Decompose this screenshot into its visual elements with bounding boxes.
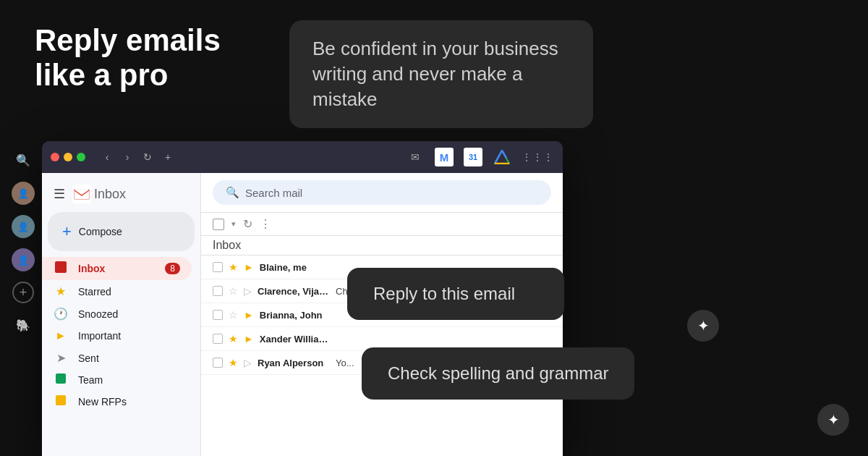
refresh-icon[interactable]: ↻ (243, 217, 252, 231)
browser-chrome: ‹ › ↻ + ✉ M 31 (42, 141, 563, 173)
newrfps-label-icon (54, 395, 68, 408)
search-icon[interactable]: 🔍 (12, 148, 35, 172)
important-icon: ► (244, 333, 254, 345)
starred-label: Starred (78, 286, 111, 297)
gmail-sidebar: ☰ Inbox + Compose (42, 173, 201, 456)
airmail-icon[interactable]: ✉ (406, 148, 425, 166)
compose-label: Compose (79, 226, 122, 237)
inbox-label: Inbox (78, 263, 105, 274)
gmail-text: Inbox (94, 187, 126, 202)
star-icon[interactable]: ★ (229, 333, 238, 345)
reload-button[interactable]: ↻ (139, 148, 156, 166)
newrfps-label: New RFPs (78, 396, 127, 408)
inbox-icon (54, 261, 68, 276)
new-tab-button[interactable]: + (159, 148, 176, 166)
svg-marker-1 (495, 151, 509, 164)
add-account-button[interactable]: + (12, 282, 34, 303)
important-icon: ▷ (244, 285, 252, 297)
forward-button[interactable]: › (119, 148, 136, 166)
fab-top-icon: ✦ (697, 317, 710, 334)
starred-icon: ★ (54, 284, 68, 298)
evernote-icon[interactable]: 🐘 (12, 313, 35, 337)
close-dot[interactable] (51, 153, 59, 161)
email-sender: Xander Williams (260, 334, 332, 345)
email-checkbox[interactable] (213, 358, 223, 368)
team-label: Team (78, 374, 103, 386)
nav-buttons: ‹ › ↻ + (98, 148, 176, 166)
email-checkbox[interactable] (213, 286, 223, 296)
reply-bubble-text: Reply to this email (373, 284, 538, 304)
important-icon: ▷ (244, 357, 252, 368)
fab-bottom-button[interactable]: ✦ (817, 404, 849, 436)
fab-bottom-icon: ✦ (827, 411, 840, 428)
inbox-title: Inbox (201, 236, 563, 256)
email-sender: Clarence, Vijay 13 (258, 286, 330, 297)
search-area: 🔍 Search mail (201, 173, 563, 213)
important-label: Important (78, 330, 121, 342)
nav-sent[interactable]: ➤ Sent (42, 347, 192, 369)
browser-toolbar-icons: ✉ M 31 ⋮⋮⋮ (406, 148, 554, 166)
important-icon: ► (244, 309, 254, 321)
svg-marker-0 (495, 151, 509, 164)
gmail-tab-icon[interactable]: M (435, 148, 454, 166)
select-all-checkbox[interactable] (213, 219, 224, 230)
compose-button[interactable]: + Compose (48, 212, 195, 251)
left-sidebar-icons: 🔍 👤 👤 👤 + 🐘 (7, 141, 39, 337)
star-icon[interactable]: ★ (229, 357, 238, 368)
top-bubble-text: Be confident in your business writing an… (312, 36, 570, 112)
apps-grid-icon[interactable]: ⋮⋮⋮ (522, 151, 554, 163)
svg-rect-4 (75, 190, 89, 199)
reply-bubble: Reply to this email (347, 268, 564, 320)
hamburger-menu[interactable]: ☰ (54, 186, 65, 202)
gmail-m-icon (72, 185, 91, 203)
calendar-tab-icon[interactable]: 31 (464, 148, 482, 166)
drive-tab-icon[interactable] (493, 148, 511, 166)
search-placeholder: Search mail (245, 187, 302, 199)
nav-snoozed[interactable]: 🕐 Snoozed (42, 303, 192, 325)
email-checkbox[interactable] (213, 310, 223, 320)
more-options-icon[interactable]: ⋮ (260, 217, 271, 231)
gmail-logo: Inbox (72, 185, 126, 203)
avatar-2[interactable]: 👤 (12, 215, 35, 238)
minimize-dot[interactable] (64, 153, 72, 161)
grammar-bubble-text: Check spelling and grammar (388, 363, 608, 384)
email-checkbox[interactable] (213, 334, 223, 344)
top-bubble: Be confident in your business writing an… (289, 20, 593, 128)
inbox-badge: 8 (165, 263, 180, 274)
back-button[interactable]: ‹ (98, 148, 116, 166)
headline-line2: like a pro (35, 58, 221, 93)
star-icon[interactable]: ★ (229, 261, 238, 273)
nav-newrfps[interactable]: New RFPs (42, 391, 192, 413)
email-sender: Brianna, John (260, 310, 332, 321)
nav-important[interactable]: ► Important (42, 325, 192, 347)
avatar-3[interactable]: 👤 (12, 248, 35, 271)
nav-starred[interactable]: ★ Starred (42, 280, 192, 303)
search-icon: 🔍 (226, 186, 239, 199)
headline-line1: Reply emails (35, 23, 221, 58)
star-icon[interactable]: ☆ (229, 309, 238, 321)
headline: Reply emails like a pro (35, 23, 221, 93)
star-icon[interactable]: ☆ (229, 285, 238, 297)
snoozed-label: Snoozed (78, 308, 118, 320)
important-icon: ► (54, 329, 68, 342)
snoozed-icon: 🕐 (54, 307, 68, 321)
email-toolbar: ▾ ↻ ⋮ (201, 213, 563, 236)
email-sender: Blaine, me (260, 262, 332, 273)
email-sender: Ryan Alperson (258, 358, 330, 368)
avatar-1[interactable]: 👤 (12, 182, 35, 205)
important-icon: ► (244, 261, 254, 273)
maximize-dot[interactable] (77, 153, 85, 161)
gmail-header: ☰ Inbox (42, 182, 200, 212)
sent-icon: ➤ (54, 351, 68, 365)
traffic-lights (51, 153, 85, 161)
sent-label: Sent (78, 352, 99, 364)
grammar-bubble: Check spelling and grammar (362, 347, 634, 400)
dropdown-arrow[interactable]: ▾ (231, 219, 236, 229)
email-checkbox[interactable] (213, 262, 223, 272)
compose-plus-icon: + (62, 222, 72, 241)
search-bar[interactable]: 🔍 Search mail (213, 180, 551, 205)
fab-top-button[interactable]: ✦ (687, 310, 719, 342)
nav-inbox[interactable]: Inbox 8 (42, 257, 192, 280)
nav-team[interactable]: Team (42, 369, 192, 391)
team-label-icon (54, 373, 68, 387)
